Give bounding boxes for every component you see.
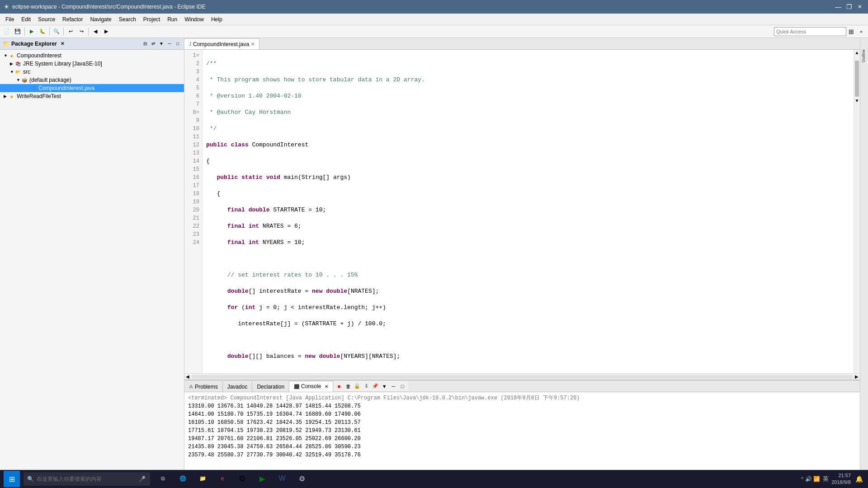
next-edit-button[interactable]: ▶ (101, 27, 111, 37)
console-row-5: 19487.17 20761.60 22106.81 23526.05 2502… (188, 435, 856, 443)
tab-javadoc[interactable]: Javadoc (223, 381, 253, 392)
editor-tab-compound[interactable]: J CompoundInterest.java ✕ (184, 38, 259, 49)
tree-arrow-src: ▼ (10, 70, 14, 74)
ie-button[interactable]: 🌐 (174, 471, 192, 487)
sidebar-menu-button[interactable]: ▼ (158, 40, 165, 47)
taskbar-search-box: 🔍 🎤 (24, 472, 150, 486)
tab-console[interactable]: ⬛ Console ✕ (289, 381, 333, 392)
tree-item-default-package[interactable]: ▼ 📦 (default package) (0, 76, 184, 84)
undo-button[interactable]: ↩ (66, 27, 75, 37)
menu-item-navigate[interactable]: Navigate (86, 15, 115, 23)
sidebar-close-icon[interactable]: ✕ (61, 41, 64, 46)
hscroll-left[interactable]: ◀ (184, 374, 191, 380)
toolbar-sep-3 (63, 28, 64, 36)
console-tabs: ⚠ Problems Javadoc Declaration ⬛ Console… (184, 380, 860, 392)
notification-button[interactable]: 🔔 (854, 474, 864, 484)
problems-icon: ⚠ (189, 384, 193, 389)
console-stop-button[interactable]: ■ (335, 382, 343, 390)
menu-item-project[interactable]: Project (140, 15, 164, 23)
library-icon: 📚 (14, 61, 22, 67)
quick-access-input[interactable] (774, 27, 846, 36)
tree-item-compound-java[interactable]: J CompoundInterest.java (0, 84, 184, 92)
scroll-down-arrow[interactable]: ▼ (854, 98, 860, 104)
menu-item-refactor[interactable]: Refactor (59, 15, 86, 23)
minimize-button[interactable]: — (834, 2, 843, 11)
maximize-button[interactable]: ❐ (844, 2, 854, 11)
console-clear-button[interactable]: 🗑 (344, 382, 352, 390)
console-row-4: 17715.61 18704.15 19738.23 20819.52 2194… (188, 427, 856, 435)
menu-item-help[interactable]: Help (208, 15, 226, 23)
console-pin-button[interactable]: 📌 (371, 382, 379, 390)
taskbar-date: 2018/9/8 (831, 479, 851, 486)
run-button[interactable]: ▶ (27, 27, 37, 37)
console-toolbar: ■ 🗑 🔒 ⇩ 📌 ▼ ─ □ (333, 381, 408, 392)
sidebar-link-button[interactable]: ⇌ (150, 40, 157, 47)
word-button[interactable]: W (273, 471, 291, 487)
editor-scrollbar[interactable]: ▲ ▼ (854, 50, 860, 373)
debug-button[interactable]: 🐛 (38, 27, 47, 37)
task-view-button[interactable]: ⧉ (154, 471, 172, 487)
taskbar-search-input[interactable] (37, 476, 136, 482)
hscroll-track[interactable] (192, 375, 853, 379)
redo-button[interactable]: ↪ (76, 27, 86, 37)
project2-icon: ◈ (8, 93, 15, 99)
editor-hscrollbar[interactable]: ◀ ▶ (184, 373, 860, 380)
search-button[interactable]: 🔍 (52, 27, 61, 37)
tab-declaration[interactable]: Declaration (252, 381, 289, 392)
taskbar-clock: 21:57 2018/9/8 (831, 472, 851, 486)
menu-item-run[interactable]: Run (164, 15, 181, 23)
window-controls: — ❐ ✕ (834, 2, 864, 11)
open-perspective-button[interactable]: + (856, 27, 866, 37)
settings-button[interactable]: ⚙ (293, 471, 311, 487)
tree-arrow-compound: ▼ (4, 53, 8, 58)
console-scroll-lock-button[interactable]: 🔒 (353, 382, 361, 390)
close-button[interactable]: ✕ (855, 2, 864, 11)
problems-label: Problems (195, 384, 218, 390)
tree-item-writefile[interactable]: ▶ ◈ WriteReadFileTest (0, 92, 184, 100)
main-area: 📁 Package Explorer ✕ ⊟ ⇌ ▼ ─ □ ▼ ◈ Compo… (0, 38, 868, 474)
sidebar-collapse-button[interactable]: ⊟ (142, 40, 149, 47)
tree-item-src[interactable]: ▼ 📂 src (0, 68, 184, 76)
prev-edit-button[interactable]: ◀ (90, 27, 100, 37)
console-min-button[interactable]: ─ (389, 382, 397, 390)
console-close-icon[interactable]: ✕ (325, 384, 328, 389)
outline-button[interactable]: Outline (861, 40, 868, 62)
code-content[interactable]: /** * This program shows how to store ta… (203, 50, 854, 373)
tree-item-compound-interest[interactable]: ▼ ◈ CompoundInterest (0, 52, 184, 60)
toolbar-sep-4 (88, 28, 89, 36)
editor-tabs: J CompoundInterest.java ✕ (184, 38, 860, 50)
console-max-button[interactable]: □ (398, 382, 406, 390)
console-row-7: 23579.48 25580.37 27730.79 30040.42 3251… (188, 451, 856, 459)
tree-item-jre[interactable]: ▶ 📚 JRE System Library [JavaSE-10] (0, 60, 184, 68)
taskbar-items: ⧉ 🌐 📁 e ⚙ ▶ W ⚙ (154, 471, 311, 487)
app1-button[interactable]: ⚙ (233, 471, 251, 487)
tab-problems[interactable]: ⚠ Problems (184, 381, 223, 392)
menu-item-source[interactable]: Source (34, 15, 59, 23)
console-scroll-end-button[interactable]: ⇩ (362, 382, 370, 390)
scroll-up-arrow[interactable]: ▲ (854, 50, 860, 56)
menu-item-search[interactable]: Search (115, 15, 140, 23)
menu-item-window[interactable]: Window (181, 15, 208, 23)
console-output[interactable]: <terminated> CompoundInterest [Java Appl… (184, 392, 860, 474)
tab-close-button[interactable]: ✕ (251, 42, 255, 47)
new-button[interactable]: 📄 (2, 27, 12, 37)
start-button[interactable]: ⊞ (4, 471, 20, 487)
sidebar-min-button[interactable]: ─ (166, 40, 173, 47)
console-area: ⚠ Problems Javadoc Declaration ⬛ Console… (184, 380, 860, 474)
hscroll-right[interactable]: ▶ (854, 374, 860, 380)
tree-arrow-jre: ▶ (10, 61, 14, 66)
system-tray: ^ 🔊 📶 英 21:57 2018/9/8 🔔 (801, 472, 864, 486)
app2-button[interactable]: ▶ (253, 471, 271, 487)
code-editor: 1=2345 678=910 1112131415 1617181920 212… (184, 50, 860, 373)
menu-item-file[interactable]: File (2, 15, 18, 23)
sidebar-max-button[interactable]: □ (174, 40, 181, 47)
explorer-button[interactable]: 📁 (193, 471, 212, 487)
menu-item-edit[interactable]: Edit (18, 15, 34, 23)
save-button[interactable]: 💾 (13, 27, 23, 37)
console-menu-button[interactable]: ▼ (380, 382, 388, 390)
ie2-button[interactable]: e (213, 471, 231, 487)
scroll-thumb[interactable] (855, 61, 859, 97)
taskbar: ⊞ 🔍 🎤 ⧉ 🌐 📁 e ⚙ ▶ W ⚙ ^ 🔊 📶 英 21:57 2018… (0, 470, 868, 488)
perspectives-button[interactable]: ⊞ (846, 27, 856, 37)
sidebar-header: 📁 Package Explorer ✕ ⊟ ⇌ ▼ ─ □ (0, 38, 184, 50)
